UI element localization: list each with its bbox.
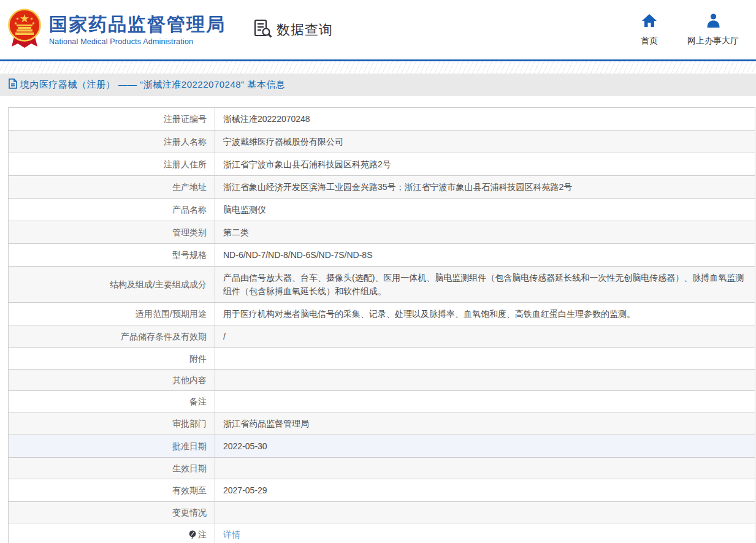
table-row: 生效日期 [9, 458, 755, 479]
row-label: 其他内容 [9, 370, 215, 390]
row-value: 详情 [215, 523, 755, 543]
row-value: 脑电监测仪 [215, 199, 755, 221]
row-value: 浙江省药品监督管理局 [215, 412, 755, 435]
data-query-button[interactable]: 数据查询 [254, 19, 333, 41]
nmpa-logo: 国家药品监督管理局 National Medical Products Admi… [8, 9, 226, 51]
person-icon [706, 13, 721, 30]
row-label: 备注 [9, 391, 215, 412]
row-value [215, 458, 755, 479]
table-row-note: 注 详情 [9, 523, 755, 543]
row-value: 2022-05-30 [215, 435, 755, 457]
row-value: 用于医疗机构对患者脑电信号的采集、记录、处理以及脉搏率、血氧饱和度、高铁血红蛋白… [215, 303, 755, 325]
note-balloon-icon [189, 530, 196, 539]
row-value [215, 502, 755, 523]
details-link[interactable]: 详情 [223, 528, 240, 541]
row-label: 注册证编号 [9, 108, 215, 130]
org-names: 国家药品监督管理局 National Medical Products Admi… [49, 14, 226, 46]
row-label: 注册人名称 [9, 131, 215, 153]
row-label: 有效期至 [9, 479, 215, 501]
row-label: 生效日期 [9, 458, 215, 479]
note-label: 注 [198, 528, 207, 541]
row-value: / [215, 325, 755, 347]
row-label: 管理类别 [9, 221, 215, 243]
row-label: 审批部门 [9, 412, 215, 435]
row-value: 第二类 [215, 221, 755, 243]
row-label: 适用范围/预期用途 [9, 303, 215, 325]
row-value: 浙江省象山经济开发区滨海工业园金兴路35号；浙江省宁波市象山县石浦科技园区科苑路… [215, 176, 755, 198]
row-label: 附件 [9, 348, 215, 369]
table-row: 生产地址 浙江省象山经济开发区滨海工业园金兴路35号；浙江省宁波市象山县石浦科技… [9, 176, 755, 199]
national-emblem-icon [8, 9, 41, 51]
table-row: 产品储存条件及有效期 / [9, 325, 755, 348]
table-row: 审批部门 浙江省药品监督管理局 [9, 412, 755, 435]
page-title: 境内医疗器械（注册） —— “浙械注准20222070248” 基本信息 [20, 79, 285, 91]
table-row: 注册证编号 浙械注准20222070248 [9, 108, 755, 131]
row-label: 生产地址 [9, 176, 215, 198]
row-value: 浙江省宁波市象山县石浦科技园区科苑路2号 [215, 153, 755, 175]
table-row: 产品名称 脑电监测仪 [9, 199, 755, 221]
table-row: 注册人住所 浙江省宁波市象山县石浦科技园区科苑路2号 [9, 153, 755, 176]
org-name-en: National Medical Products Administration [49, 37, 226, 46]
row-label: 型号规格 [9, 244, 215, 266]
table-row: 备注 [9, 391, 755, 412]
row-label: 批准日期 [9, 435, 215, 457]
document-icon [9, 78, 17, 91]
decorative-stripe-band [0, 61, 756, 74]
table-row: 其他内容 [9, 370, 755, 391]
row-value [215, 348, 755, 369]
table-row: 变更情况 [9, 502, 755, 523]
table-row: 型号规格 ND-6/ND-7/ND-8/ND-6S/ND-7S/ND-8S [9, 244, 755, 267]
header-nav: 首页 网上办事大厅 [641, 13, 739, 47]
nav-label: 首页 [641, 36, 658, 47]
org-name-cn: 国家药品监督管理局 [49, 14, 226, 35]
row-value [215, 391, 755, 412]
table-row: 批准日期 2022-05-30 [9, 435, 755, 458]
row-label: 变更情况 [9, 502, 215, 523]
table-row: 有效期至 2027-05-29 [9, 479, 755, 502]
row-label: 产品储存条件及有效期 [9, 325, 215, 347]
page-header: 国家药品监督管理局 National Medical Products Admi… [0, 0, 756, 61]
row-value: 浙械注准20222070248 [215, 108, 755, 130]
row-label: 产品名称 [9, 199, 215, 221]
row-value: ND-6/ND-7/ND-8/ND-6S/ND-7S/ND-8S [215, 244, 755, 266]
breadcrumb: 境内医疗器械（注册） —— “浙械注准20222070248” 基本信息 [0, 74, 756, 96]
table-row: 结构及组成/主要组成成分 产品由信号放大器、台车、摄像头(选配)、医用一体机、脑… [9, 267, 755, 303]
nav-label: 网上办事大厅 [687, 36, 739, 47]
registration-detail-table: 注册证编号 浙械注准20222070248 注册人名称 宁波戴维医疗器械股份有限… [8, 107, 755, 543]
nav-item-home[interactable]: 首页 [641, 13, 658, 47]
row-value: 产品由信号放大器、台车、摄像头(选配)、医用一体机、脑电监测组件（包含脑电传感器… [215, 267, 755, 302]
table-row: 适用范围/预期用途 用于医疗机构对患者脑电信号的采集、记录、处理以及脉搏率、血氧… [9, 303, 755, 325]
row-value: 2027-05-29 [215, 479, 755, 501]
row-label: 结构及组成/主要组成成分 [9, 267, 215, 302]
data-query-label: 数据查询 [277, 21, 333, 39]
row-value [215, 370, 755, 390]
row-label: 注 [9, 523, 215, 543]
table-row: 附件 [9, 348, 755, 370]
table-row: 注册人名称 宁波戴维医疗器械股份有限公司 [9, 131, 755, 153]
row-label: 注册人住所 [9, 153, 215, 175]
home-icon [641, 13, 657, 30]
table-row: 管理类别 第二类 [9, 221, 755, 244]
row-value: 宁波戴维医疗器械股份有限公司 [215, 131, 755, 153]
document-search-icon [254, 19, 272, 41]
nav-item-service-hall[interactable]: 网上办事大厅 [687, 13, 739, 47]
